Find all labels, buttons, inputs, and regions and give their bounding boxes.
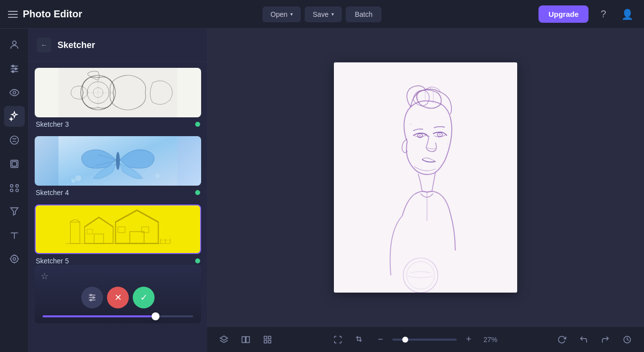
redo-icon[interactable] (596, 331, 614, 349)
svg-point-17 (10, 255, 18, 263)
effect-label-sketcher4: Sketcher 4 (35, 186, 201, 199)
sidebar-icon-person[interactable] (4, 35, 25, 55)
history-icon[interactable] (618, 331, 636, 349)
svg-point-32 (71, 179, 75, 183)
svg-rect-23 (58, 68, 177, 117)
back-button[interactable]: ← (37, 38, 52, 52)
svg-point-59 (442, 126, 444, 128)
refresh-icon[interactable] (553, 331, 571, 349)
canvas-main (207, 29, 644, 326)
menu-icon[interactable] (8, 11, 18, 18)
zoom-in-button[interactable]: + (461, 332, 477, 348)
undo-icon[interactable] (575, 331, 592, 349)
svg-point-61 (447, 144, 448, 145)
svg-point-13 (10, 189, 13, 192)
svg-rect-65 (246, 337, 250, 343)
bottom-left (215, 331, 276, 349)
layers-bottom-icon[interactable] (215, 331, 233, 349)
cancel-icon: ✕ (114, 292, 122, 303)
open-button[interactable]: Open ▾ (263, 6, 301, 22)
batch-button[interactable]: Batch (346, 6, 381, 22)
effects-list: Sketcher 3 (29, 62, 207, 352)
svg-point-0 (12, 41, 16, 45)
sidebar-icon-objects[interactable] (4, 177, 25, 198)
zoom-out-button[interactable]: − (373, 332, 388, 348)
account-icon: 👤 (621, 8, 634, 20)
svg-rect-64 (242, 337, 246, 343)
confirm-button[interactable]: ✓ (133, 287, 155, 308)
svg-point-12 (15, 185, 18, 188)
save-chevron-icon: ▾ (331, 11, 334, 17)
svg-point-56 (439, 134, 441, 136)
main-content: ← Sketcher (0, 29, 644, 352)
help-button[interactable]: ? (594, 5, 612, 23)
account-button[interactable]: 👤 (618, 5, 636, 23)
svg-point-4 (12, 65, 14, 67)
svg-rect-10 (12, 161, 16, 166)
zoom-slider[interactable] (392, 339, 457, 341)
cancel-button[interactable]: ✕ (107, 287, 129, 308)
intensity-slider-thumb[interactable] (152, 312, 160, 320)
sidebar-icon-magic[interactable] (4, 106, 25, 127)
svg-point-31 (75, 175, 81, 181)
save-button[interactable]: Save ▾ (305, 6, 342, 22)
effect-thumbnail-sketcher3 (35, 68, 201, 117)
svg-point-51 (90, 299, 92, 301)
sliders-button[interactable] (81, 287, 103, 308)
help-icon: ? (600, 8, 606, 20)
effect-name-sketcher4: Sketcher 4 (36, 189, 69, 197)
effect-name-sketcher5: Sketcher 5 (36, 257, 69, 265)
svg-point-8 (10, 136, 18, 145)
panel-header: ← Sketcher (29, 29, 207, 62)
sidebar-icon-text[interactable] (4, 225, 25, 246)
effect-name-sketcher3: Sketcher 3 (36, 120, 69, 128)
crop-icon[interactable] (351, 331, 369, 349)
intensity-slider-track[interactable] (43, 315, 193, 317)
zoom-slider-knob[interactable] (402, 337, 408, 343)
back-icon: ← (41, 41, 48, 49)
zoom-percentage: 27% (481, 336, 500, 344)
sidebar-icon-tools[interactable] (4, 249, 25, 269)
upgrade-button[interactable]: Upgrade (538, 5, 589, 23)
fullscreen-icon[interactable] (329, 331, 347, 349)
sidebar-icon-effects[interactable] (4, 130, 25, 151)
svg-rect-69 (268, 340, 271, 343)
svg-marker-63 (220, 336, 228, 340)
zoom-in-icon: + (466, 334, 472, 345)
svg-point-33 (155, 173, 160, 178)
svg-point-49 (90, 294, 92, 296)
sidebar-icon-layers[interactable] (4, 153, 25, 174)
effect-item-sketcher5[interactable]: Sketcher 5 ☆ ✕ (35, 204, 201, 323)
svg-point-30 (116, 152, 120, 170)
effect-controls: ☆ ✕ ✓ (35, 265, 201, 323)
image-canvas (334, 62, 517, 293)
effect-thumbnail-sketcher5 (35, 204, 201, 254)
effect-item-sketcher3[interactable]: Sketcher 3 (35, 68, 201, 130)
sidebar-icon-eye[interactable] (4, 82, 25, 103)
sliders-icon (87, 293, 97, 302)
topbar: Photo Editor Open ▾ Save ▾ Batch Upgrade… (0, 0, 644, 29)
svg-point-54 (419, 135, 421, 137)
sidebar-icon-adjustments[interactable] (4, 58, 25, 79)
svg-rect-68 (264, 340, 267, 343)
compare-icon[interactable] (237, 331, 255, 349)
bottom-center: − + 27% (329, 331, 500, 349)
canvas-area: − + 27% (207, 29, 644, 352)
svg-point-5 (14, 68, 16, 70)
effect-item-sketcher4[interactable]: Sketcher 4 (35, 136, 201, 199)
effect-dot-sketcher3 (195, 122, 200, 127)
effect-thumbnail-sketcher4 (35, 136, 201, 186)
icon-sidebar (0, 29, 29, 352)
topbar-left: Photo Editor (8, 8, 263, 20)
sidebar-icon-filter[interactable] (4, 201, 25, 222)
zoom-out-icon: − (378, 334, 383, 345)
grid-icon[interactable] (259, 331, 276, 349)
svg-point-6 (12, 71, 14, 73)
control-buttons: ✕ ✓ (41, 287, 195, 308)
app-title: Photo Editor (23, 8, 82, 20)
favorite-button[interactable]: ☆ (41, 271, 195, 282)
open-chevron-icon: ▾ (290, 11, 293, 17)
svg-point-62 (422, 121, 423, 122)
effect-dot-sketcher4 (195, 190, 200, 195)
svg-rect-67 (268, 336, 271, 339)
